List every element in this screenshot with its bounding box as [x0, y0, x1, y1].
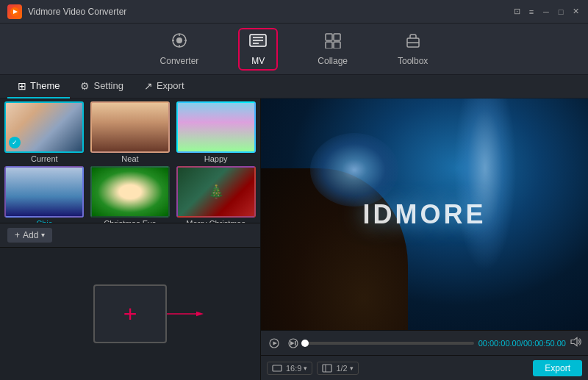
- theme-label-chic: Chic: [36, 219, 52, 223]
- sub-nav: ⊞ Theme ⚙ Setting ↗ Export: [0, 75, 588, 98]
- progress-dot: [301, 340, 309, 347]
- right-panel: IDMORE 00:0: [261, 98, 588, 380]
- titlebar-grid-btn[interactable]: ⊡: [512, 7, 522, 17]
- theme-label-neat: Neat: [121, 154, 138, 163]
- left-panel: ✓ Current Neat Happy: [0, 98, 261, 380]
- svg-rect-17: [295, 341, 296, 345]
- preview-canvas: IDMORE: [261, 98, 588, 330]
- app-logo: [7, 4, 22, 19]
- tab-collage-label: Collage: [318, 56, 348, 66]
- play-button[interactable]: [267, 336, 282, 351]
- svg-rect-21: [323, 365, 331, 372]
- theme-label-current: Current: [31, 154, 58, 163]
- theme-label-happy: Happy: [204, 154, 228, 163]
- theme-grid: ✓ Current Neat Happy: [0, 98, 260, 223]
- add-clip-area: +: [0, 248, 260, 381]
- add-dropdown-arrow: ▾: [41, 231, 45, 239]
- theme-label-merry: Merry Christmas: [186, 219, 245, 223]
- preview-cave-light: [310, 133, 398, 207]
- arrow-indicator: [167, 308, 204, 320]
- titlebar-left: Vidmore Video Converter: [7, 4, 126, 19]
- svg-rect-8: [326, 42, 332, 49]
- sub-nav-export[interactable]: ↗ Export: [134, 75, 195, 98]
- sub-nav-export-label: Export: [157, 80, 184, 91]
- svg-marker-19: [571, 338, 577, 346]
- svg-rect-6: [326, 34, 332, 40]
- theme-thumb-christmas: [90, 166, 170, 218]
- clip-plus-icon: +: [123, 302, 137, 326]
- time-total: 00:00:50.00: [523, 339, 566, 348]
- svg-rect-20: [273, 365, 282, 371]
- titlebar: Vidmore Video Converter ⊡ ≡ ─ □ ✕: [0, 0, 588, 24]
- theme-item-current[interactable]: ✓ Current: [3, 101, 86, 163]
- time-display: 00:00:00.00/00:00:50.00: [478, 339, 566, 348]
- app-title: Vidmore Video Converter: [28, 7, 126, 17]
- sub-nav-setting[interactable]: ⚙ Setting: [70, 75, 133, 98]
- theme-item-chic[interactable]: Chic: [3, 166, 86, 223]
- tab-mv-label: MV: [251, 56, 265, 66]
- mv-icon: [248, 32, 268, 53]
- svg-point-3: [176, 37, 182, 43]
- titlebar-close-btn[interactable]: ✕: [570, 7, 581, 17]
- theme-icon: ⊞: [18, 80, 26, 92]
- tab-converter-label: Converter: [160, 56, 199, 66]
- add-plus-icon: +: [15, 230, 20, 240]
- theme-item-merry[interactable]: 🎄 Merry Christmas: [174, 166, 257, 223]
- main-content: ✓ Current Neat Happy: [0, 98, 588, 380]
- add-button[interactable]: + Add ▾: [7, 228, 52, 243]
- step-forward-button[interactable]: [286, 336, 301, 351]
- theme-item-neat[interactable]: Neat: [89, 101, 172, 163]
- sub-nav-setting-label: Setting: [93, 80, 123, 91]
- theme-label-christmas: Christmas Eve: [104, 219, 157, 223]
- player-controls: 00:00:00.00/00:00:50.00: [261, 330, 588, 355]
- theme-thumb-merry: 🎄: [176, 166, 256, 218]
- progress-bar[interactable]: [305, 342, 474, 345]
- preview-brand-text: IDMORE: [363, 199, 487, 230]
- theme-thumb-neat: [90, 101, 170, 153]
- preview-area: IDMORE: [261, 98, 588, 330]
- titlebar-maximize-btn[interactable]: □: [556, 7, 566, 17]
- titlebar-controls: ⊡ ≡ ─ □ ✕: [512, 7, 581, 17]
- screen-arrow-icon: ▾: [350, 365, 354, 372]
- tab-toolbox[interactable]: Toolbox: [387, 28, 438, 71]
- converter-icon: [171, 32, 188, 53]
- add-button-label: Add: [23, 230, 38, 240]
- time-current: 00:00:00.00: [478, 339, 521, 348]
- volume-button[interactable]: [570, 337, 582, 349]
- bottom-bar: 16:9 ▾ 1/2 ▾ Export: [261, 355, 588, 380]
- svg-marker-18: [290, 341, 295, 345]
- add-bar: + Add ▾: [0, 223, 260, 248]
- tab-collage[interactable]: Collage: [307, 28, 358, 71]
- tab-converter[interactable]: Converter: [150, 28, 209, 71]
- nav-tabs: Converter MV Collage: [0, 24, 588, 75]
- theme-item-happy[interactable]: Happy: [174, 101, 257, 163]
- export-nav-icon: ↗: [144, 80, 153, 92]
- svg-marker-13: [196, 311, 204, 316]
- theme-thumb-current: ✓: [4, 101, 84, 153]
- theme-thumb-happy: [176, 101, 256, 153]
- aspect-ratio-button[interactable]: 16:9 ▾: [267, 362, 312, 375]
- screen-split-button[interactable]: 1/2 ▾: [317, 362, 358, 375]
- ratio-value: 16:9: [286, 364, 301, 373]
- bottom-left: 16:9 ▾ 1/2 ▾: [267, 362, 359, 375]
- titlebar-minimize-btn[interactable]: ─: [541, 7, 551, 17]
- theme-thumb-chic: [4, 166, 84, 218]
- sub-nav-theme-label: Theme: [30, 80, 60, 91]
- svg-rect-7: [334, 34, 340, 40]
- svg-rect-9: [334, 42, 340, 49]
- svg-marker-15: [273, 341, 278, 345]
- theme-item-christmas[interactable]: Christmas Eve: [89, 166, 172, 223]
- toolbox-icon: [404, 32, 422, 53]
- setting-icon: ⚙: [80, 80, 90, 92]
- export-button[interactable]: Export: [533, 360, 582, 376]
- screen-value: 1/2: [336, 364, 347, 373]
- tab-toolbox-label: Toolbox: [398, 56, 428, 66]
- add-clip-button[interactable]: +: [93, 284, 167, 343]
- titlebar-menu-btn[interactable]: ≡: [526, 7, 537, 17]
- collage-icon: [324, 32, 342, 53]
- tab-mv[interactable]: MV: [238, 28, 278, 71]
- ratio-arrow-icon: ▾: [304, 365, 307, 372]
- sub-nav-theme[interactable]: ⊞ Theme: [7, 75, 70, 98]
